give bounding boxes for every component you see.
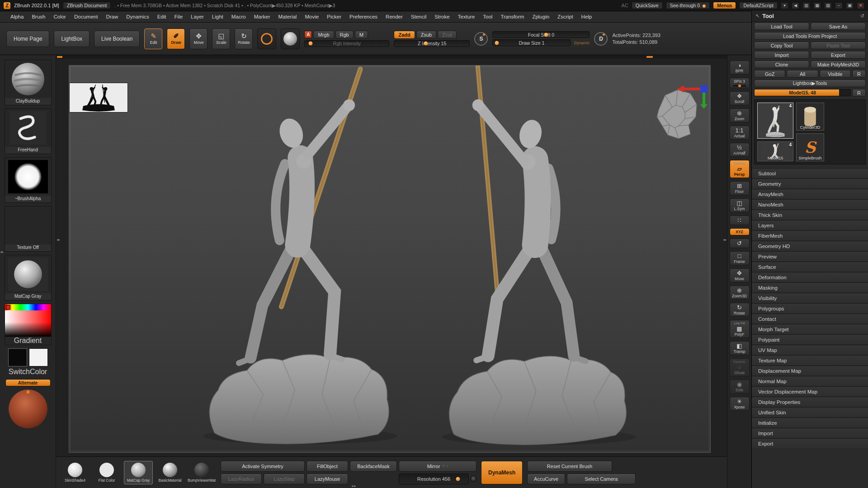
resolution-slider[interactable]: Resolution 456 [399, 474, 469, 484]
menu-item[interactable]: Draw [102, 13, 122, 21]
color-picker[interactable]: Gradient [5, 304, 52, 345]
right-shelf-button[interactable]: Line Fill ▩ PolyF [730, 320, 750, 338]
m-button[interactable]: M [355, 31, 368, 39]
lazystep-button[interactable]: LazyStep [264, 474, 305, 484]
tool-section-item[interactable]: Displacement Map [752, 366, 868, 376]
tool-section-item[interactable]: Polypaint [752, 334, 868, 345]
hue-strip[interactable] [5, 304, 51, 310]
see-through-knob-icon[interactable] [703, 5, 706, 8]
tool-section-item[interactable]: Geometry HD [752, 241, 868, 251]
make-polymesh3d-button[interactable]: Make PolyMesh3D [811, 61, 866, 68]
move-mode-button[interactable]: ✥ Move [189, 28, 208, 49]
right-shelf-button[interactable]: ✳ Xpose [730, 397, 750, 411]
current-alpha-thumbnail[interactable]: ~BrushAlpha [5, 157, 52, 203]
right-shelf-button[interactable]: ½ AAHalf [730, 143, 750, 157]
default-zscript-button[interactable]: DefaultZScript [739, 2, 778, 9]
canvas-left-handle[interactable]: ◂▸ [57, 238, 60, 242]
menu-item[interactable]: Edit [153, 13, 170, 21]
canvas-right-handle[interactable]: ◂▸ [723, 238, 726, 242]
active-tool-slider[interactable]: Model15. 48 [754, 89, 851, 96]
right-shelf-button[interactable]: XYZ [730, 228, 750, 235]
tool-section-item[interactable]: Preview [752, 251, 868, 262]
lightbox-tools-button[interactable]: Lightbox▶Tools [754, 80, 866, 87]
load-tools-from-project-button[interactable]: Load Tools From Project [754, 32, 866, 40]
material-item[interactable]: SkinShade4 [61, 461, 90, 484]
menu-item[interactable]: Preferences [345, 13, 382, 21]
goz-visible-button[interactable]: Visible [820, 70, 851, 78]
tool-section-item[interactable]: Initialize [752, 418, 868, 428]
mirror-button[interactable]: Mirror ∷ ▫ [399, 461, 476, 472]
panel-pointer-icon[interactable]: ↖ [755, 13, 760, 19]
copy-tool-button[interactable]: Copy Tool [754, 42, 809, 49]
fillobject-button[interactable]: FillObject [307, 461, 348, 472]
menu-item[interactable]: Brush [28, 13, 49, 21]
right-shelf-button[interactable]: ∷ [730, 216, 750, 225]
document-preview-thumbnail[interactable] [69, 83, 128, 113]
tool-section-item[interactable]: Export [752, 438, 868, 449]
tool-section-item[interactable]: Contact [752, 314, 868, 324]
dynamic-label[interactable]: Dynamic [574, 41, 590, 45]
mirror-grid-icon[interactable]: ∷ [442, 464, 444, 468]
document-canvas[interactable] [69, 65, 711, 453]
draw-mode-button[interactable]: ✐ Draw [167, 28, 185, 49]
menu-item[interactable]: Render [382, 13, 407, 21]
rgb-intensity-slider[interactable]: Rgb Intensity [304, 40, 389, 47]
menus-button[interactable]: Menus [713, 2, 736, 9]
material-item-selected[interactable]: MatCap Gray [124, 461, 153, 484]
z-intensity-slider[interactable]: Z Intensity 15 [394, 40, 470, 47]
menu-item[interactable]: Tool [479, 13, 496, 21]
lazymouse-button[interactable]: LazyMouse [307, 474, 348, 484]
activate-symmetry-button[interactable]: Activate Symmetry [221, 461, 305, 472]
export-button[interactable]: Export [811, 51, 866, 59]
back-arrow-icon[interactable]: ◀ [792, 2, 799, 9]
tool-thumb-model15-alt[interactable]: 4 Model15 [757, 141, 793, 161]
mrgb-button[interactable]: Mrgb [313, 31, 334, 39]
dynamic-dial-icon[interactable]: D [594, 32, 608, 46]
right-shelf-button[interactable]: ⊕ Zoom3D [730, 286, 750, 300]
tool-thumb-cylinder3d[interactable]: Cylinder3D [796, 103, 824, 131]
import-button[interactable]: Import [754, 51, 809, 59]
tool-section-item[interactable]: NanoMesh [752, 199, 868, 210]
current-brush-thumbnail[interactable]: ClayBuildup [5, 60, 52, 105]
tool-section-item[interactable]: Subtool [752, 168, 868, 178]
right-shelf-button[interactable]: 1:1 Actual [730, 126, 750, 140]
focal-shift-slider[interactable]: Focal Shift 0 [492, 31, 590, 38]
tray-collapse-handle[interactable]: ◂▸ [0, 250, 4, 254]
draw-size-knob-icon[interactable] [495, 41, 499, 45]
menu-item[interactable]: Transform [496, 13, 528, 21]
lazyradius-button[interactable]: LazyRadius [221, 474, 262, 484]
canvas-scroll-arrows[interactable]: ◂ ▸ [351, 484, 356, 488]
scale-mode-button[interactable]: ◱ Scale [212, 28, 230, 49]
menu-item[interactable]: File [170, 13, 187, 21]
quicksave-button[interactable]: QuickSave [632, 2, 663, 9]
minimize-icon[interactable]: – [835, 2, 843, 9]
tray-divider-tick[interactable] [57, 56, 62, 58]
menu-item[interactable]: Material [274, 13, 301, 21]
tool-section-item[interactable]: Masking [752, 282, 868, 293]
tool-section-item[interactable]: Geometry [752, 178, 868, 189]
tool-thumb-model15[interactable]: 4 Model15 [757, 103, 793, 139]
accucurve-button[interactable]: AccuCurve [527, 474, 565, 484]
right-shelf-button[interactable]: ◑ BPR [730, 61, 750, 75]
goz-all-button[interactable]: All [787, 70, 818, 78]
tool-section-item[interactable]: Display Properties [752, 397, 868, 407]
tool-section-item[interactable]: Import [752, 428, 868, 438]
current-stroke-thumbnail[interactable]: FreeHand [5, 108, 52, 154]
anchor-badge[interactable]: A [304, 31, 312, 38]
focal-shift-knob-icon[interactable] [544, 33, 548, 37]
menu-item[interactable]: Zplugin [528, 13, 553, 21]
menu-item[interactable]: Light [208, 13, 227, 21]
menu-item[interactable]: Color [49, 13, 70, 21]
layout-panels-icon[interactable]: ▧ [824, 2, 832, 9]
tool-section-item[interactable]: Polygroups [752, 303, 868, 314]
primary-color-swatch[interactable] [8, 348, 27, 366]
reset-current-brush-button[interactable]: Reset Current Brush [527, 461, 612, 472]
right-shelf-button[interactable]: ❖ Scroll [730, 91, 750, 105]
shelf-divider-tick[interactable] [646, 56, 653, 58]
saturation-value-area[interactable] [5, 310, 51, 337]
backfacemask-button[interactable]: BackfaceMask [350, 461, 397, 472]
menu-item[interactable]: Texture [454, 13, 479, 21]
paste-tool-button[interactable]: Paste Tool [811, 42, 866, 49]
edit-mode-button[interactable]: ✎ Edit [144, 28, 162, 49]
right-shelf-button[interactable]: □ Frame [730, 251, 750, 265]
